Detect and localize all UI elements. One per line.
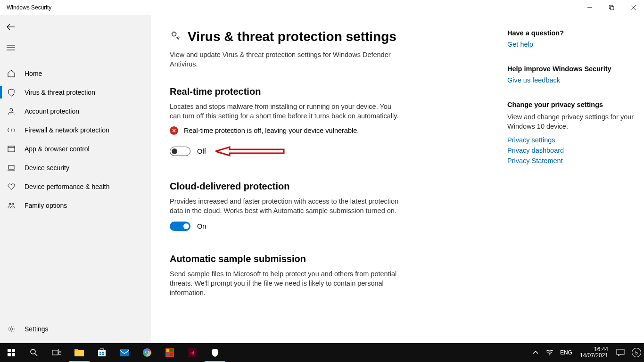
browser-icon [7,145,16,153]
app-icon-1[interactable] [158,343,181,362]
tray-chevron-icon[interactable] [529,343,542,362]
language-indicator[interactable]: ENG [557,349,575,356]
svg-rect-22 [12,349,15,352]
svg-rect-23 [8,353,11,356]
hamburger-button[interactable] [0,40,151,58]
svg-marker-20 [215,147,284,156]
nav-device-security[interactable]: Device security [0,158,151,177]
search-button[interactable] [23,343,45,362]
right-column: Have a question? Get help Help improve W… [507,15,644,343]
store-icon[interactable] [91,343,113,362]
realtime-toggle[interactable] [170,147,190,156]
nav-family[interactable]: Family options [0,196,151,215]
notifications-button[interactable] [613,343,628,362]
svg-rect-29 [58,352,61,354]
privacy-statement-link[interactable]: Privacy Statement [507,157,635,165]
privacy-settings-link[interactable]: Privacy settings [507,136,635,144]
section-autosample: Automatic sample submission Send sample … [170,254,401,298]
section-title: Real-time protection [170,86,401,97]
svg-point-48 [549,354,550,355]
svg-rect-28 [58,349,61,351]
svg-rect-31 [74,349,78,351]
improve-heading: Help improve Windows Security [507,65,635,73]
laptop-icon [7,164,16,172]
explorer-icon[interactable] [68,343,91,362]
content: Virus & threat protection settings View … [151,15,644,343]
arrow-annotation [215,145,286,159]
taskview-button[interactable] [45,343,68,362]
svg-text:Id: Id [190,351,194,355]
question-heading: Have a question? [507,29,635,37]
nav-firewall[interactable]: Firewall & network protection [0,121,151,140]
window-controls [579,0,644,15]
section-description: Send sample files to Microsoft to help p… [170,269,401,298]
nav-virus-threat[interactable]: Virus & threat protection [0,83,151,102]
nav-label: Device security [25,164,69,172]
nav-label: App & browser control [25,145,90,153]
section-cloud: Cloud-delivered protection Provides incr… [170,181,401,231]
nav-settings[interactable]: Settings [0,320,151,338]
person-icon [7,107,16,115]
wifi-icon[interactable] [544,343,555,362]
svg-rect-43 [170,349,173,352]
svg-rect-44 [166,353,169,356]
nav-label: Firewall & network protection [25,126,109,134]
indesign-icon[interactable]: Id [181,343,204,362]
svg-point-16 [173,33,175,35]
nav-device-health[interactable]: Device performance & health [0,177,151,196]
svg-rect-42 [166,349,169,352]
svg-rect-21 [8,349,11,352]
svg-rect-45 [170,353,173,356]
family-icon [7,201,16,210]
start-button[interactable] [0,343,23,362]
svg-rect-34 [102,352,104,353]
page-description: View and update Virus & threat protectio… [170,50,401,69]
minimize-button[interactable] [579,0,601,15]
privacy-dashboard-link[interactable]: Privacy dashboard [507,147,635,154]
svg-point-17 [177,37,179,39]
svg-point-8 [10,108,13,111]
svg-rect-27 [52,350,58,355]
get-help-link[interactable]: Get help [507,41,635,48]
svg-rect-24 [12,353,15,356]
section-realtime: Real-time protection Locates and stops m… [170,86,401,159]
nav-account[interactable]: Account protection [0,102,151,121]
warning-text: Real-time protection is off, leaving you… [184,127,359,134]
svg-point-15 [10,328,13,330]
nav-label: Home [25,70,42,77]
svg-rect-37 [120,349,129,356]
feedback-link[interactable]: Give us feedback [507,76,635,84]
svg-rect-49 [617,349,624,354]
close-button[interactable] [622,0,644,15]
mail-icon[interactable] [113,343,136,362]
gears-icon [170,30,182,44]
notification-count[interactable]: 5 [632,348,641,357]
taskbar: Id ENG 16:44 14/07/2021 5 [0,343,644,362]
svg-rect-2 [611,7,614,10]
section-description: Provides increased and faster protection… [170,197,401,216]
home-icon [7,69,16,78]
window-title: Windows Security [7,4,51,11]
svg-rect-32 [98,350,106,356]
nav-home[interactable]: Home [0,64,151,83]
sidebar: Home Virus & threat protection Account p… [0,15,151,343]
svg-rect-30 [74,350,84,356]
svg-point-25 [31,349,35,354]
nav-label: Account protection [25,107,79,115]
nav-label: Family options [25,202,67,209]
svg-line-26 [35,354,37,356]
svg-rect-35 [99,354,101,355]
cloud-toggle[interactable] [170,222,190,231]
privacy-heading: Change your privacy settings [507,101,635,108]
maximize-button[interactable] [601,0,622,15]
nav-label: Settings [25,325,49,333]
main-column: Virus & threat protection settings View … [151,15,507,343]
security-icon[interactable] [204,343,226,362]
svg-rect-33 [99,352,101,353]
svg-rect-11 [8,165,14,169]
clock[interactable]: 16:44 14/07/2021 [577,346,611,359]
error-icon [170,126,178,135]
chrome-icon[interactable] [136,343,158,362]
nav-app-browser[interactable]: App & browser control [0,140,151,158]
back-button[interactable] [0,19,151,37]
